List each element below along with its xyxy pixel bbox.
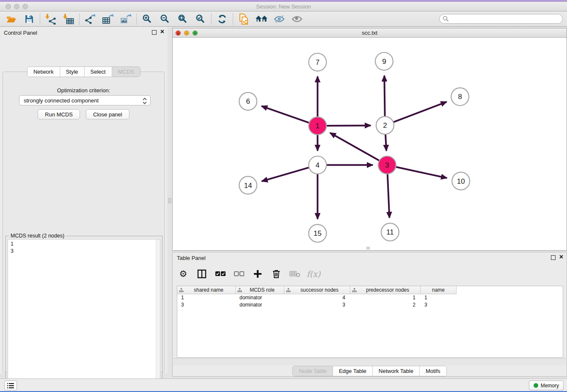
mcds-result-title: MCDS result (2 nodes) — [9, 233, 66, 239]
table-row[interactable]: 3dominator323 — [177, 301, 563, 309]
cell-MCDS-role[interactable]: dominator — [236, 294, 284, 301]
edge-3-1[interactable] — [330, 133, 380, 161]
zoom-out-button[interactable] — [156, 12, 174, 26]
tab-mcds[interactable]: MCDS — [112, 67, 140, 77]
delete-column-button[interactable] — [270, 268, 283, 280]
column-header-shared-name[interactable]: shared name — [177, 286, 236, 294]
cell-predecessor-nodes[interactable]: 1 — [350, 294, 421, 301]
save-session-button[interactable] — [20, 12, 38, 26]
edge-2-8[interactable] — [393, 102, 446, 122]
cell-name[interactable]: 1 — [421, 294, 457, 301]
table-hscroll-track[interactable] — [173, 358, 566, 365]
delete-table-button[interactable] — [289, 268, 301, 280]
show-column-button[interactable] — [195, 268, 208, 280]
network-graph[interactable]: 1234678910111415 — [173, 38, 567, 250]
node-label-9: 9 — [382, 58, 386, 66]
table-toolbar: ⚙ f(x) — [177, 265, 320, 283]
tab-motifs[interactable]: Motifs — [420, 366, 446, 376]
column-header-predecessor-nodes[interactable]: predecessor nodes — [350, 286, 421, 294]
select-all-button[interactable] — [214, 268, 227, 280]
node-label-1: 1 — [316, 122, 319, 130]
mcds-result-textarea[interactable]: 1 3 — [8, 239, 160, 392]
edge-2-9[interactable] — [384, 76, 385, 117]
export-network-button[interactable] — [81, 12, 99, 26]
tab-node-table[interactable]: Node Table — [293, 366, 333, 376]
window-resize-grip[interactable] — [366, 247, 370, 249]
column-settings-button[interactable]: ⚙ — [177, 268, 190, 280]
add-column-button[interactable] — [251, 268, 264, 280]
zoom-selected-button[interactable] — [192, 12, 209, 26]
export-network-icon — [84, 14, 96, 25]
edge-3-10[interactable] — [396, 167, 447, 178]
cell-successor-nodes[interactable]: 4 — [284, 294, 350, 301]
tab-select[interactable]: Select — [85, 67, 112, 77]
deselect-all-button[interactable] — [233, 268, 245, 280]
mcds-result-values: 1 3 — [8, 240, 160, 256]
apply-preferred-layout-button[interactable] — [213, 12, 231, 26]
first-neighbors-button[interactable] — [253, 12, 270, 26]
edge-4-14[interactable] — [262, 168, 309, 182]
import-table-button[interactable] — [60, 12, 77, 26]
cell-successor-nodes[interactable]: 3 — [284, 301, 350, 309]
node-label-6: 6 — [246, 97, 250, 105]
column-namespace-icon — [237, 288, 242, 293]
node-table[interactable]: shared nameMCDS rolesuccessor nodesprede… — [177, 286, 563, 358]
node-label-3: 3 — [385, 161, 389, 169]
tab-edge-table[interactable]: Edge Table — [333, 366, 373, 376]
network-view-window: x − + scc.txt 1234678910111415 — [172, 28, 567, 251]
tab-network-table[interactable]: Network Table — [373, 366, 420, 376]
close-table-panel-icon[interactable]: × — [559, 253, 563, 261]
column-header-name[interactable]: name — [421, 286, 457, 294]
export-image-icon — [120, 14, 132, 25]
network-window-titlebar[interactable]: x − + scc.txt — [173, 28, 567, 38]
show-task-history-button[interactable] — [4, 381, 17, 390]
column-header-successor-nodes[interactable]: successor nodes — [284, 286, 350, 294]
main-titlebar[interactable]: Session: New Session — [0, 2, 567, 11]
control-panel-tabs: NetworkStyleSelectMCDS — [0, 66, 168, 77]
hide-selected-button[interactable] — [270, 12, 288, 26]
memory-button[interactable]: Memory — [529, 381, 564, 390]
fx-icon: f(x) — [307, 269, 321, 279]
cell-name[interactable]: 3 — [421, 301, 457, 309]
search-icon — [443, 16, 449, 22]
edge-3-11[interactable] — [388, 174, 390, 218]
open-session-button[interactable] — [3, 12, 20, 26]
float-table-panel-icon[interactable] — [551, 255, 556, 260]
export-image-button[interactable] — [117, 12, 135, 26]
search-input[interactable] — [439, 14, 563, 24]
import-network-icon — [45, 14, 57, 25]
duplicate-network-button[interactable] — [235, 12, 253, 26]
column-header-MCDS-role[interactable]: MCDS role — [236, 286, 284, 294]
cell-predecessor-nodes[interactable]: 2 — [350, 301, 421, 309]
panel-divider-grip[interactable] — [168, 198, 171, 203]
zoom-in-button[interactable] — [138, 12, 156, 26]
memory-status-dot — [534, 383, 538, 388]
show-all-button[interactable] — [288, 12, 306, 26]
criterion-select[interactable]: strongly connected component — [19, 95, 151, 105]
tab-network[interactable]: Network — [28, 67, 60, 77]
import-network-button[interactable] — [42, 12, 60, 26]
cell-shared-name[interactable]: 1 — [177, 294, 236, 301]
table-row[interactable]: 1dominator411 — [177, 294, 563, 301]
network-window-title: scc.txt — [173, 30, 567, 36]
cell-MCDS-role[interactable]: dominator — [236, 301, 284, 309]
cell-shared-name[interactable]: 3 — [177, 301, 236, 309]
tab-style[interactable]: Style — [60, 67, 85, 77]
control-panel-title: Control Panel — [4, 30, 37, 36]
run-mcds-button[interactable]: Run MCDS — [38, 109, 80, 119]
fit-content-button[interactable] — [174, 12, 192, 26]
edge-1-6[interactable] — [261, 106, 309, 123]
close-panel-icon[interactable]: × — [160, 28, 164, 36]
apply-function-button[interactable]: f(x) — [307, 268, 320, 280]
result-scrollbar[interactable] — [156, 240, 160, 392]
edge-2-3[interactable] — [385, 134, 386, 151]
network-canvas[interactable]: 1234678910111415 — [173, 38, 567, 250]
main-toolbar — [0, 11, 567, 27]
node-label-15: 15 — [314, 229, 322, 237]
table-panel: Table Panel × ⚙ f(x) — [172, 252, 567, 377]
export-table-button[interactable] — [99, 12, 117, 26]
close-panel-button[interactable]: Close panel — [86, 109, 129, 119]
edge-1-2[interactable] — [326, 125, 371, 126]
node-label-14: 14 — [244, 182, 252, 190]
float-panel-icon[interactable] — [152, 30, 157, 35]
